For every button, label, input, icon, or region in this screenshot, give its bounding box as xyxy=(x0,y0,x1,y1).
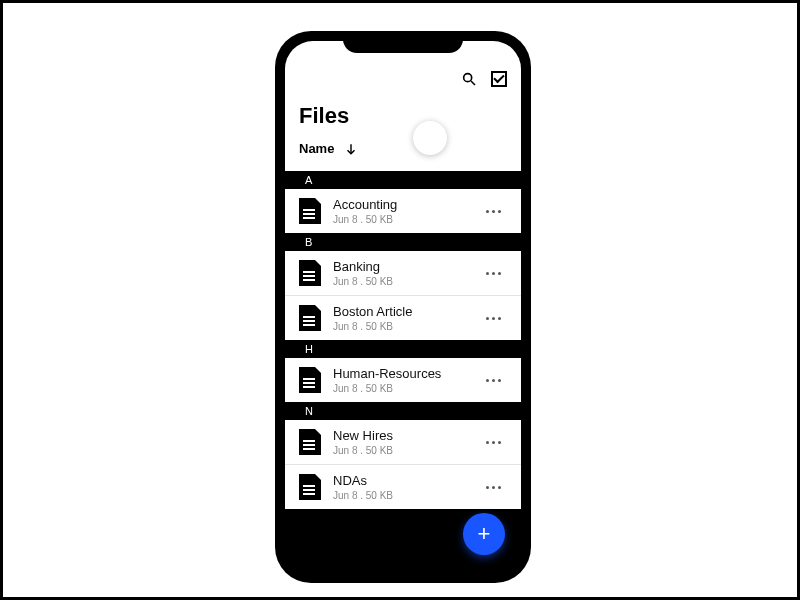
touch-ripple xyxy=(413,121,447,155)
document-icon xyxy=(299,305,321,331)
file-name: Boston Article xyxy=(333,304,468,319)
svg-point-0 xyxy=(464,74,472,82)
document-icon xyxy=(299,260,321,286)
sort-label: Name xyxy=(299,141,334,156)
file-meta: Jun 8 . 50 KB xyxy=(333,445,468,456)
sort-control[interactable]: Name xyxy=(299,141,507,156)
file-row[interactable]: New Hires Jun 8 . 50 KB xyxy=(285,420,521,464)
add-fab[interactable]: + xyxy=(463,513,505,555)
svg-line-1 xyxy=(471,81,475,85)
file-meta: Jun 8 . 50 KB xyxy=(333,321,468,332)
file-name: Banking xyxy=(333,259,468,274)
header: Files Name xyxy=(285,41,521,171)
section-header: A xyxy=(285,171,521,189)
arrow-down-icon xyxy=(344,142,358,156)
file-meta: Jun 8 . 50 KB xyxy=(333,214,468,225)
more-icon[interactable] xyxy=(480,266,507,281)
section-header: B xyxy=(285,233,521,251)
more-icon[interactable] xyxy=(480,480,507,495)
document-icon xyxy=(299,474,321,500)
file-meta: Jun 8 . 50 KB xyxy=(333,383,468,394)
more-icon[interactable] xyxy=(480,311,507,326)
section-header: H xyxy=(285,340,521,358)
file-row[interactable]: Accounting Jun 8 . 50 KB xyxy=(285,189,521,233)
document-icon xyxy=(299,367,321,393)
file-row[interactable]: Banking Jun 8 . 50 KB xyxy=(285,251,521,295)
search-icon[interactable] xyxy=(461,71,477,87)
document-icon xyxy=(299,198,321,224)
plus-icon: + xyxy=(478,521,491,547)
more-icon[interactable] xyxy=(480,373,507,388)
more-icon[interactable] xyxy=(480,204,507,219)
section-header: N xyxy=(285,402,521,420)
file-name: Human-Resources xyxy=(333,366,468,381)
page-title: Files xyxy=(299,103,507,129)
more-icon[interactable] xyxy=(480,435,507,450)
file-meta: Jun 8 . 50 KB xyxy=(333,276,468,287)
document-icon xyxy=(299,429,321,455)
file-name: New Hires xyxy=(333,428,468,443)
file-row[interactable]: NDAs Jun 8 . 50 KB xyxy=(285,464,521,509)
file-name: Accounting xyxy=(333,197,468,212)
select-mode-icon[interactable] xyxy=(491,71,507,87)
app-screen: Files Name A Accounting Jun 8 . 50 KB xyxy=(285,41,521,573)
file-row[interactable]: Boston Article Jun 8 . 50 KB xyxy=(285,295,521,340)
phone-notch xyxy=(343,31,463,53)
file-meta: Jun 8 . 50 KB xyxy=(333,490,468,501)
phone-frame: Files Name A Accounting Jun 8 . 50 KB xyxy=(275,31,531,583)
file-row[interactable]: Human-Resources Jun 8 . 50 KB xyxy=(285,358,521,402)
file-name: NDAs xyxy=(333,473,468,488)
